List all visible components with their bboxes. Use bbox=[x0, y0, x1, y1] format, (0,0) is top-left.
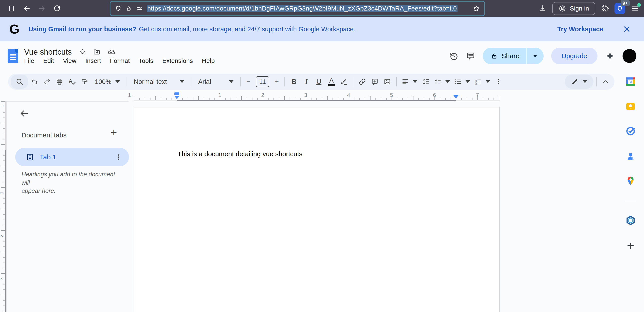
menu-edit[interactable]: Edit bbox=[43, 57, 54, 65]
comment-add-icon bbox=[371, 78, 378, 85]
contacts-button[interactable] bbox=[626, 151, 636, 161]
editing-mode-button[interactable] bbox=[565, 75, 594, 89]
ruler-number: 1 bbox=[0, 103, 5, 109]
close-panel-button[interactable] bbox=[19, 109, 29, 118]
forward-button[interactable] bbox=[35, 2, 48, 15]
svg-text:A: A bbox=[69, 78, 72, 84]
ruler-number: 3 bbox=[301, 92, 310, 98]
headings-hint: Headings you add to the document will ap… bbox=[22, 170, 120, 195]
move-folder-icon[interactable] bbox=[93, 48, 100, 56]
highlight-color-button[interactable] bbox=[338, 75, 350, 88]
share-dropdown-button[interactable] bbox=[526, 48, 544, 64]
align-button[interactable] bbox=[399, 75, 420, 88]
highlighter-icon bbox=[340, 78, 348, 85]
try-workspace-link[interactable]: Try Workspace bbox=[557, 26, 603, 33]
toolbar-divider bbox=[126, 77, 127, 86]
left-indent-marker[interactable] bbox=[174, 96, 179, 99]
spellcheck-icon: A bbox=[68, 78, 76, 86]
paint-format-button[interactable] bbox=[78, 75, 91, 88]
shield-icon[interactable] bbox=[115, 5, 122, 12]
spell-check-button[interactable]: A bbox=[66, 75, 78, 88]
print-button[interactable] bbox=[53, 75, 66, 88]
addon-button[interactable] bbox=[626, 215, 636, 226]
chevron-down-icon bbox=[533, 55, 537, 57]
url-input[interactable]: https://docs.google.com/document/d/1bnDg… bbox=[147, 5, 469, 12]
reload-button[interactable] bbox=[50, 2, 64, 15]
url-selected-text[interactable]: https://docs.google.com/document/d/1bnDg… bbox=[147, 5, 458, 12]
sign-in-button[interactable]: Sign in bbox=[552, 2, 595, 15]
font-select[interactable]: Arial bbox=[194, 75, 238, 88]
tab-item-tab1[interactable]: Tab 1 bbox=[15, 148, 129, 166]
chevron-down-icon bbox=[446, 80, 450, 83]
maps-button[interactable] bbox=[626, 176, 636, 186]
hide-menus-button[interactable] bbox=[599, 75, 612, 88]
menu-insert[interactable]: Insert bbox=[86, 57, 101, 65]
first-line-indent-marker[interactable] bbox=[174, 92, 179, 95]
keep-button[interactable] bbox=[626, 101, 636, 112]
text-color-button[interactable]: A bbox=[325, 75, 338, 88]
insert-image-button[interactable] bbox=[381, 75, 394, 88]
decrease-font-size-button[interactable]: − bbox=[243, 75, 253, 88]
menu-tools[interactable]: Tools bbox=[139, 57, 153, 65]
line-spacing-button[interactable] bbox=[420, 75, 432, 88]
undo-button[interactable] bbox=[28, 75, 41, 88]
workspace-promo-banner: G Using Gmail to run your business? Get … bbox=[0, 17, 644, 41]
text-color-icon: A bbox=[328, 77, 335, 86]
more-options-button[interactable] bbox=[492, 75, 505, 88]
calendar-button[interactable]: 31 bbox=[626, 77, 636, 87]
document-body-text[interactable]: This is a document detailing vue shortcu… bbox=[178, 149, 302, 159]
zoom-select[interactable]: 100% bbox=[91, 75, 124, 88]
tasks-button[interactable] bbox=[626, 126, 636, 136]
bookmark-star-icon[interactable] bbox=[473, 5, 480, 12]
gemini-sparkle-icon[interactable] bbox=[605, 51, 615, 61]
tab-options-icon[interactable] bbox=[115, 153, 122, 161]
font-value: Arial bbox=[198, 78, 225, 86]
back-button[interactable] bbox=[20, 2, 33, 15]
permissions-icon[interactable] bbox=[136, 5, 143, 12]
numbered-list-button[interactable]: 123 bbox=[472, 75, 492, 88]
ruler-number: 7 bbox=[473, 92, 482, 98]
google-docs-icon[interactable] bbox=[8, 49, 18, 63]
get-addons-button[interactable]: + bbox=[627, 239, 634, 252]
banner-text: Get custom email, more storage, and 24/7… bbox=[139, 26, 355, 33]
tab-document-icon bbox=[26, 153, 34, 161]
right-indent-marker[interactable] bbox=[454, 95, 458, 99]
menu-extensions[interactable]: Extensions bbox=[162, 57, 193, 65]
add-tab-button[interactable]: + bbox=[111, 127, 117, 138]
cloud-saved-icon[interactable] bbox=[108, 48, 115, 56]
menu-view[interactable]: View bbox=[63, 57, 76, 65]
share-button[interactable]: Share bbox=[483, 48, 526, 64]
menu-format[interactable]: Format bbox=[110, 57, 130, 65]
comments-icon[interactable] bbox=[466, 52, 475, 61]
version-history-icon[interactable] bbox=[449, 51, 459, 61]
menu-help[interactable]: Help bbox=[202, 57, 215, 65]
menu-file[interactable]: File bbox=[24, 57, 34, 65]
tab-overview-button[interactable] bbox=[5, 2, 18, 15]
bulleted-list-button[interactable] bbox=[452, 75, 472, 88]
vertical-ruler: 1 1 2 3 bbox=[0, 101, 6, 312]
ruler-number: 3 bbox=[0, 276, 5, 282]
back-arrow-icon bbox=[22, 5, 31, 13]
font-size-input[interactable]: 11 bbox=[256, 76, 269, 87]
upgrade-button[interactable]: Upgrade bbox=[551, 48, 598, 64]
document-page[interactable]: This is a document detailing vue shortcu… bbox=[134, 107, 500, 312]
paragraph-style-select[interactable]: Normal text bbox=[130, 75, 188, 88]
document-title[interactable]: Vue shortcuts bbox=[24, 48, 72, 56]
url-bar[interactable]: https://docs.google.com/document/d/1bnDg… bbox=[110, 2, 484, 16]
bold-button[interactable]: B bbox=[288, 75, 300, 88]
downloads-icon[interactable] bbox=[539, 5, 546, 12]
toolbar-divider bbox=[353, 77, 353, 86]
insert-link-button[interactable] bbox=[356, 75, 368, 88]
underline-button[interactable]: U bbox=[312, 75, 325, 88]
lock-icon[interactable] bbox=[126, 5, 132, 12]
checklist-button[interactable] bbox=[432, 75, 452, 88]
google-logo: G bbox=[10, 23, 20, 36]
search-menus-button[interactable] bbox=[11, 75, 28, 89]
redo-button[interactable] bbox=[41, 75, 53, 88]
add-comment-button[interactable] bbox=[368, 75, 381, 88]
extensions-puzzle-icon[interactable] bbox=[601, 5, 609, 12]
increase-font-size-button[interactable]: + bbox=[272, 75, 282, 88]
italic-button[interactable]: I bbox=[300, 75, 312, 88]
star-icon[interactable] bbox=[79, 48, 86, 56]
toolbar-divider bbox=[191, 77, 192, 86]
